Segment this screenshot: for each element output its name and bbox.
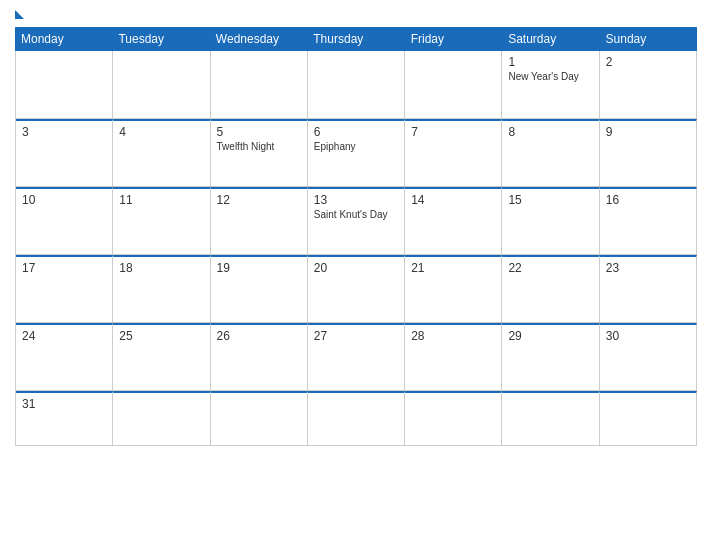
day-header-monday: Monday <box>15 27 112 51</box>
calendar-cell-24: 24 <box>16 323 113 391</box>
cell-date-number: 8 <box>508 125 592 139</box>
calendar-cell-22: 22 <box>502 255 599 323</box>
calendar-cell-empty <box>211 391 308 446</box>
calendar-cell-empty <box>308 51 405 119</box>
calendar-cell-25: 25 <box>113 323 210 391</box>
calendar-cell-12: 12 <box>211 187 308 255</box>
calendar-cell-20: 20 <box>308 255 405 323</box>
cell-date-number: 15 <box>508 193 592 207</box>
calendar-cell-empty <box>211 51 308 119</box>
cell-date-number: 12 <box>217 193 301 207</box>
cell-date-number: 23 <box>606 261 690 275</box>
calendar-cell-empty <box>502 391 599 446</box>
calendar-cell-13: 13Saint Knut's Day <box>308 187 405 255</box>
calendar-cell-10: 10 <box>16 187 113 255</box>
cell-event-text: Twelfth Night <box>217 141 301 152</box>
cell-date-number: 5 <box>217 125 301 139</box>
calendar-cell-empty <box>113 391 210 446</box>
cell-date-number: 2 <box>606 55 690 69</box>
cell-date-number: 10 <box>22 193 106 207</box>
cell-date-number: 3 <box>22 125 106 139</box>
calendar-cell-empty <box>308 391 405 446</box>
calendar-cell-16: 16 <box>600 187 697 255</box>
calendar-cell-31: 31 <box>16 391 113 446</box>
cell-date-number: 18 <box>119 261 203 275</box>
cell-date-number: 24 <box>22 329 106 343</box>
days-header: MondayTuesdayWednesdayThursdayFridaySatu… <box>15 27 697 51</box>
cell-date-number: 27 <box>314 329 398 343</box>
cell-date-number: 30 <box>606 329 690 343</box>
calendar-cell-30: 30 <box>600 323 697 391</box>
cell-date-number: 28 <box>411 329 495 343</box>
cell-date-number: 17 <box>22 261 106 275</box>
cell-date-number: 20 <box>314 261 398 275</box>
cell-date-number: 22 <box>508 261 592 275</box>
calendar-header <box>15 10 697 19</box>
cell-event-text: New Year's Day <box>508 71 592 82</box>
cell-event-text: Saint Knut's Day <box>314 209 398 220</box>
cell-date-number: 14 <box>411 193 495 207</box>
cell-date-number: 4 <box>119 125 203 139</box>
calendar-cell-4: 4 <box>113 119 210 187</box>
cell-date-number: 25 <box>119 329 203 343</box>
cell-date-number: 31 <box>22 397 106 411</box>
calendar-cell-17: 17 <box>16 255 113 323</box>
calendar-cell-7: 7 <box>405 119 502 187</box>
cell-date-number: 13 <box>314 193 398 207</box>
calendar-cell-26: 26 <box>211 323 308 391</box>
cell-date-number: 29 <box>508 329 592 343</box>
calendar-grid: 1New Year's Day2345Twelfth Night6Epiphan… <box>15 51 697 446</box>
calendar-cell-19: 19 <box>211 255 308 323</box>
calendar-cell-18: 18 <box>113 255 210 323</box>
calendar-cell-empty <box>405 51 502 119</box>
day-header-saturday: Saturday <box>502 27 599 51</box>
calendar-cell-23: 23 <box>600 255 697 323</box>
calendar-cell-empty <box>113 51 210 119</box>
cell-date-number: 26 <box>217 329 301 343</box>
cell-date-number: 6 <box>314 125 398 139</box>
calendar-cell-1: 1New Year's Day <box>502 51 599 119</box>
day-header-sunday: Sunday <box>600 27 697 51</box>
calendar-cell-8: 8 <box>502 119 599 187</box>
cell-event-text: Epiphany <box>314 141 398 152</box>
day-header-thursday: Thursday <box>307 27 404 51</box>
calendar-cell-6: 6Epiphany <box>308 119 405 187</box>
calendar-cell-14: 14 <box>405 187 502 255</box>
calendar-cell-5: 5Twelfth Night <box>211 119 308 187</box>
calendar-cell-27: 27 <box>308 323 405 391</box>
calendar-cell-empty <box>16 51 113 119</box>
calendar-cell-3: 3 <box>16 119 113 187</box>
calendar-cell-21: 21 <box>405 255 502 323</box>
calendar-cell-15: 15 <box>502 187 599 255</box>
calendar-cell-11: 11 <box>113 187 210 255</box>
calendar-cell-empty <box>600 391 697 446</box>
calendar-cell-empty <box>405 391 502 446</box>
cell-date-number: 21 <box>411 261 495 275</box>
calendar-cell-29: 29 <box>502 323 599 391</box>
logo <box>15 10 26 19</box>
day-header-wednesday: Wednesday <box>210 27 307 51</box>
calendar-container: MondayTuesdayWednesdayThursdayFridaySatu… <box>0 0 712 550</box>
calendar-cell-2: 2 <box>600 51 697 119</box>
calendar-cell-28: 28 <box>405 323 502 391</box>
calendar-cell-9: 9 <box>600 119 697 187</box>
day-header-tuesday: Tuesday <box>112 27 209 51</box>
cell-date-number: 19 <box>217 261 301 275</box>
cell-date-number: 16 <box>606 193 690 207</box>
logo-triangle-icon <box>15 10 24 19</box>
cell-date-number: 7 <box>411 125 495 139</box>
cell-date-number: 11 <box>119 193 203 207</box>
cell-date-number: 9 <box>606 125 690 139</box>
day-header-friday: Friday <box>405 27 502 51</box>
cell-date-number: 1 <box>508 55 592 69</box>
